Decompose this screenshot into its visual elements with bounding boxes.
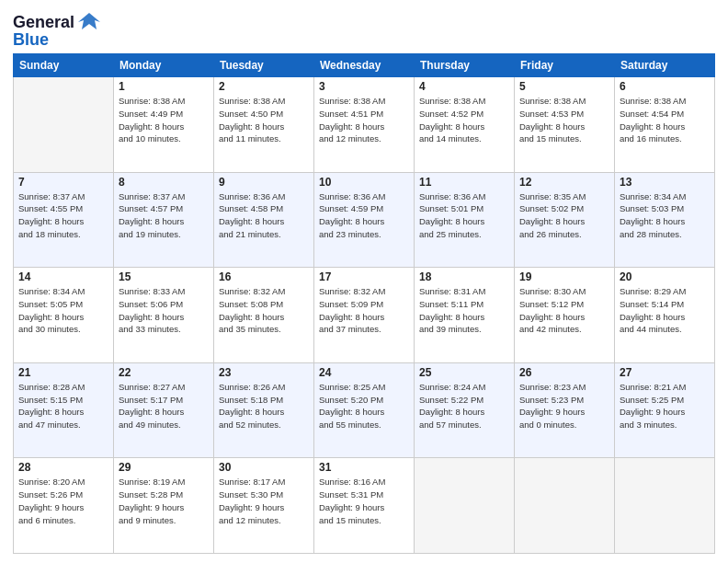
calendar-cell: 23Sunrise: 8:26 AM Sunset: 5:18 PM Dayli… bbox=[214, 362, 314, 458]
day-number: 18 bbox=[419, 270, 509, 283]
calendar-cell: 5Sunrise: 8:38 AM Sunset: 4:53 PM Daylig… bbox=[515, 77, 615, 173]
calendar-cell: 4Sunrise: 8:38 AM Sunset: 4:52 PM Daylig… bbox=[415, 77, 515, 173]
day-info: Sunrise: 8:36 AM Sunset: 5:01 PM Dayligh… bbox=[419, 190, 509, 241]
weekday-header-friday: Friday bbox=[515, 54, 615, 77]
day-number: 8 bbox=[119, 176, 209, 189]
header: General Blue bbox=[13, 9, 715, 48]
day-info: Sunrise: 8:38 AM Sunset: 4:51 PM Dayligh… bbox=[319, 95, 409, 145]
day-number: 17 bbox=[319, 270, 409, 283]
calendar-cell: 18Sunrise: 8:31 AM Sunset: 5:11 PM Dayli… bbox=[415, 268, 515, 363]
day-info: Sunrise: 8:34 AM Sunset: 5:05 PM Dayligh… bbox=[18, 285, 108, 336]
calendar-cell bbox=[14, 77, 114, 173]
logo-text-blue: Blue bbox=[13, 31, 49, 48]
day-info: Sunrise: 8:38 AM Sunset: 4:53 PM Dayligh… bbox=[519, 95, 609, 145]
calendar-cell: 21Sunrise: 8:28 AM Sunset: 5:15 PM Dayli… bbox=[14, 362, 114, 458]
day-number: 16 bbox=[219, 270, 309, 283]
day-info: Sunrise: 8:17 AM Sunset: 5:30 PM Dayligh… bbox=[219, 476, 309, 526]
day-number: 11 bbox=[419, 176, 509, 189]
weekday-header-wednesday: Wednesday bbox=[314, 54, 415, 77]
weekday-header-sunday: Sunday bbox=[14, 54, 114, 77]
day-info: Sunrise: 8:16 AM Sunset: 5:31 PM Dayligh… bbox=[319, 476, 409, 526]
day-info: Sunrise: 8:29 AM Sunset: 5:14 PM Dayligh… bbox=[620, 285, 710, 336]
weekday-header-monday: Monday bbox=[114, 54, 214, 77]
calendar-cell bbox=[615, 458, 715, 554]
day-info: Sunrise: 8:27 AM Sunset: 5:17 PM Dayligh… bbox=[119, 381, 209, 431]
day-number: 15 bbox=[119, 270, 209, 283]
logo-bird-icon bbox=[76, 9, 102, 35]
calendar-cell bbox=[515, 458, 615, 554]
weekday-header-row: SundayMondayTuesdayWednesdayThursdayFrid… bbox=[14, 54, 715, 77]
day-info: Sunrise: 8:31 AM Sunset: 5:11 PM Dayligh… bbox=[419, 285, 509, 336]
calendar-cell: 7Sunrise: 8:37 AM Sunset: 4:55 PM Daylig… bbox=[14, 172, 114, 268]
day-info: Sunrise: 8:32 AM Sunset: 5:08 PM Dayligh… bbox=[219, 285, 309, 336]
day-number: 30 bbox=[219, 461, 309, 474]
day-number: 31 bbox=[319, 461, 409, 474]
day-info: Sunrise: 8:24 AM Sunset: 5:22 PM Dayligh… bbox=[419, 381, 509, 431]
week-row-4: 21Sunrise: 8:28 AM Sunset: 5:15 PM Dayli… bbox=[14, 362, 715, 458]
day-number: 29 bbox=[119, 461, 209, 474]
day-number: 20 bbox=[620, 270, 710, 283]
calendar-cell: 1Sunrise: 8:38 AM Sunset: 4:49 PM Daylig… bbox=[114, 77, 214, 173]
day-number: 21 bbox=[18, 366, 108, 379]
calendar-cell: 10Sunrise: 8:36 AM Sunset: 4:59 PM Dayli… bbox=[314, 172, 415, 268]
weekday-header-thursday: Thursday bbox=[415, 54, 515, 77]
calendar-cell: 28Sunrise: 8:20 AM Sunset: 5:26 PM Dayli… bbox=[14, 458, 114, 554]
week-row-3: 14Sunrise: 8:34 AM Sunset: 5:05 PM Dayli… bbox=[14, 268, 715, 363]
day-number: 6 bbox=[620, 80, 710, 93]
calendar-cell: 29Sunrise: 8:19 AM Sunset: 5:28 PM Dayli… bbox=[114, 458, 214, 554]
day-info: Sunrise: 8:23 AM Sunset: 5:23 PM Dayligh… bbox=[519, 381, 609, 431]
day-info: Sunrise: 8:21 AM Sunset: 5:25 PM Dayligh… bbox=[620, 381, 710, 431]
day-info: Sunrise: 8:38 AM Sunset: 4:49 PM Dayligh… bbox=[119, 95, 209, 145]
calendar-cell: 2Sunrise: 8:38 AM Sunset: 4:50 PM Daylig… bbox=[214, 77, 314, 173]
calendar-cell: 12Sunrise: 8:35 AM Sunset: 5:02 PM Dayli… bbox=[515, 172, 615, 268]
day-info: Sunrise: 8:32 AM Sunset: 5:09 PM Dayligh… bbox=[319, 285, 409, 336]
day-info: Sunrise: 8:36 AM Sunset: 4:59 PM Dayligh… bbox=[319, 190, 409, 241]
calendar-cell: 20Sunrise: 8:29 AM Sunset: 5:14 PM Dayli… bbox=[615, 268, 715, 363]
calendar-cell: 30Sunrise: 8:17 AM Sunset: 5:30 PM Dayli… bbox=[214, 458, 314, 554]
logo: General Blue bbox=[13, 9, 102, 48]
day-info: Sunrise: 8:38 AM Sunset: 4:52 PM Dayligh… bbox=[419, 95, 509, 145]
page: General Blue SundayMondayTuesdayWednesda… bbox=[0, 0, 728, 563]
day-info: Sunrise: 8:36 AM Sunset: 4:58 PM Dayligh… bbox=[219, 190, 309, 241]
day-number: 10 bbox=[319, 176, 409, 189]
calendar-cell: 22Sunrise: 8:27 AM Sunset: 5:17 PM Dayli… bbox=[114, 362, 214, 458]
day-number: 26 bbox=[519, 366, 609, 379]
calendar-cell: 8Sunrise: 8:37 AM Sunset: 4:57 PM Daylig… bbox=[114, 172, 214, 268]
calendar-cell: 13Sunrise: 8:34 AM Sunset: 5:03 PM Dayli… bbox=[615, 172, 715, 268]
calendar-cell: 6Sunrise: 8:38 AM Sunset: 4:54 PM Daylig… bbox=[615, 77, 715, 173]
day-number: 1 bbox=[119, 80, 209, 93]
day-info: Sunrise: 8:25 AM Sunset: 5:20 PM Dayligh… bbox=[319, 381, 409, 431]
day-info: Sunrise: 8:26 AM Sunset: 5:18 PM Dayligh… bbox=[219, 381, 309, 431]
day-number: 12 bbox=[519, 176, 609, 189]
calendar-cell: 16Sunrise: 8:32 AM Sunset: 5:08 PM Dayli… bbox=[214, 268, 314, 363]
day-number: 24 bbox=[319, 366, 409, 379]
day-number: 9 bbox=[219, 176, 309, 189]
day-info: Sunrise: 8:34 AM Sunset: 5:03 PM Dayligh… bbox=[620, 190, 710, 241]
day-number: 27 bbox=[620, 366, 710, 379]
day-number: 4 bbox=[419, 80, 509, 93]
day-number: 3 bbox=[319, 80, 409, 93]
day-number: 19 bbox=[519, 270, 609, 283]
calendar-cell: 24Sunrise: 8:25 AM Sunset: 5:20 PM Dayli… bbox=[314, 362, 415, 458]
day-info: Sunrise: 8:35 AM Sunset: 5:02 PM Dayligh… bbox=[519, 190, 609, 241]
calendar-table: SundayMondayTuesdayWednesdayThursdayFrid… bbox=[13, 53, 715, 554]
day-number: 14 bbox=[18, 270, 108, 283]
day-info: Sunrise: 8:38 AM Sunset: 4:50 PM Dayligh… bbox=[219, 95, 309, 145]
day-number: 25 bbox=[419, 366, 509, 379]
day-number: 2 bbox=[219, 80, 309, 93]
calendar-cell: 15Sunrise: 8:33 AM Sunset: 5:06 PM Dayli… bbox=[114, 268, 214, 363]
week-row-5: 28Sunrise: 8:20 AM Sunset: 5:26 PM Dayli… bbox=[14, 458, 715, 554]
week-row-1: 1Sunrise: 8:38 AM Sunset: 4:49 PM Daylig… bbox=[14, 77, 715, 173]
calendar-cell: 9Sunrise: 8:36 AM Sunset: 4:58 PM Daylig… bbox=[214, 172, 314, 268]
svg-marker-0 bbox=[78, 13, 100, 29]
day-number: 28 bbox=[18, 461, 108, 474]
calendar-cell: 3Sunrise: 8:38 AM Sunset: 4:51 PM Daylig… bbox=[314, 77, 415, 173]
day-info: Sunrise: 8:19 AM Sunset: 5:28 PM Dayligh… bbox=[119, 476, 209, 526]
day-info: Sunrise: 8:37 AM Sunset: 4:55 PM Dayligh… bbox=[18, 190, 108, 241]
day-number: 13 bbox=[620, 176, 710, 189]
logo-text-general: General bbox=[13, 14, 74, 30]
day-info: Sunrise: 8:38 AM Sunset: 4:54 PM Dayligh… bbox=[620, 95, 710, 145]
calendar-cell: 17Sunrise: 8:32 AM Sunset: 5:09 PM Dayli… bbox=[314, 268, 415, 363]
day-info: Sunrise: 8:20 AM Sunset: 5:26 PM Dayligh… bbox=[18, 476, 108, 526]
day-info: Sunrise: 8:30 AM Sunset: 5:12 PM Dayligh… bbox=[519, 285, 609, 336]
